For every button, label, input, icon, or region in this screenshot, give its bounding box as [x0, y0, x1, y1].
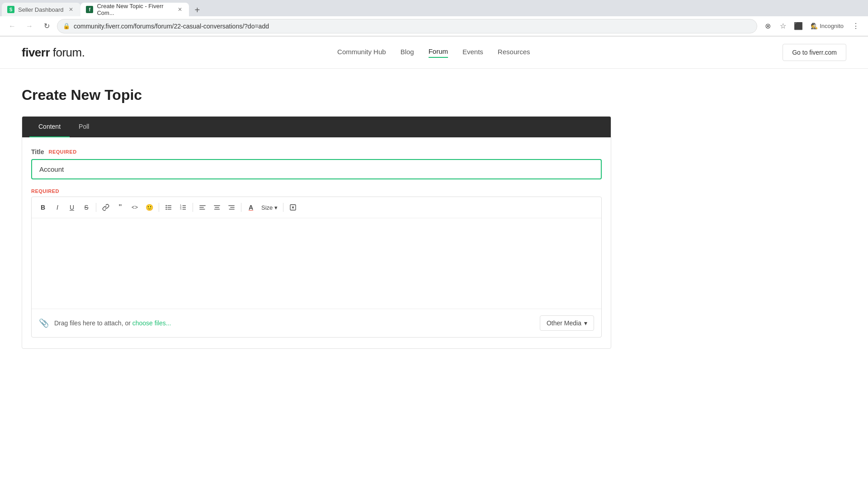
svg-rect-11 [183, 209, 186, 209]
browser-toolbar: ← → ↻ 🔒 community.fiverr.com/forums/foru… [0, 16, 868, 36]
clear-format-button[interactable] [286, 201, 300, 214]
link-button[interactable] [99, 201, 113, 214]
page-title: Create New Topic [22, 87, 611, 103]
page-body: Create New Topic Content Poll Title REQU… [0, 69, 633, 367]
form-body: Title REQUIRED REQUIRED B I U S [22, 137, 611, 348]
new-tab-button[interactable]: + [191, 4, 203, 16]
other-media-button[interactable]: Other Media ▾ [540, 315, 594, 331]
nav-resources[interactable]: Resources [498, 48, 530, 57]
blockquote-button[interactable]: " [113, 201, 127, 214]
svg-rect-3 [167, 207, 171, 207]
code-button[interactable]: <> [128, 201, 142, 214]
tab-title-1: Seller Dashboard [18, 6, 63, 13]
page-content: fiverr forum. Community Hub Blog Forum E… [0, 37, 868, 472]
form-card: Content Poll Title REQUIRED REQUIRED B I [22, 116, 611, 349]
svg-rect-14 [199, 209, 205, 209]
italic-button[interactable]: I [51, 201, 64, 214]
form-tabs-header: Content Poll [22, 117, 611, 137]
nav-forum[interactable]: Forum [429, 47, 448, 58]
choose-files-link[interactable]: choose files... [132, 319, 171, 327]
font-color-button[interactable]: A [244, 201, 258, 214]
browser-chrome: S Seller Dashboard ✕ f Create New Topic … [0, 0, 868, 37]
tab-favicon-2: f [86, 6, 93, 13]
incognito-label: Incognito [820, 23, 844, 29]
other-media-label: Other Media [547, 319, 581, 327]
reload-button[interactable]: ↻ [40, 19, 53, 33]
tab-favicon-1: S [7, 6, 14, 13]
editor-content[interactable] [32, 218, 601, 309]
underline-button[interactable]: U [65, 201, 79, 214]
menu-icon[interactable]: ⋮ [849, 19, 863, 33]
editor-toolbar: B I U S " <> 🙂 [32, 197, 601, 218]
svg-point-2 [165, 207, 167, 208]
attach-text: Drag files here to attach, or choose fil… [54, 319, 171, 327]
svg-point-4 [165, 209, 167, 210]
emoji-button[interactable]: 🙂 [142, 201, 156, 214]
title-required-badge: REQUIRED [49, 149, 77, 155]
svg-rect-19 [230, 207, 234, 207]
forward-button[interactable]: → [23, 19, 36, 33]
site-logo: fiverr forum. [22, 46, 85, 60]
strikethrough-button[interactable]: S [80, 201, 93, 214]
attach-left: 📎 Drag files here to attach, or choose f… [39, 318, 171, 328]
svg-text:3.: 3. [180, 208, 182, 210]
nav-blog[interactable]: Blog [401, 48, 414, 57]
svg-rect-18 [228, 205, 234, 206]
bold-button[interactable]: B [36, 201, 50, 214]
other-media-chevron-icon: ▾ [584, 319, 587, 327]
toolbar-divider-4 [241, 203, 241, 212]
back-button[interactable]: ← [5, 19, 19, 33]
go-to-fiverr-button[interactable]: Go to fiverr.com [783, 44, 846, 61]
ordered-list-button[interactable]: 1.2.3. [176, 201, 190, 214]
toolbar-actions: ⊗ ☆ ⬛ 🕵 Incognito ⋮ [761, 19, 863, 33]
body-required-badge: REQUIRED [31, 188, 602, 194]
extensions-icon[interactable]: ⬛ [792, 19, 805, 33]
editor-wrapper: B I U S " <> 🙂 [31, 197, 602, 338]
svg-rect-1 [167, 205, 171, 206]
align-center-button[interactable] [210, 201, 224, 214]
site-nav: fiverr forum. Community Hub Blog Forum E… [0, 37, 868, 69]
tab-close-2[interactable]: ✕ [176, 5, 184, 14]
tabs-bar: S Seller Dashboard ✕ f Create New Topic … [0, 0, 868, 16]
tab-title-2: Create New Topic - Fiverr Com... [97, 3, 173, 16]
svg-rect-17 [214, 209, 220, 209]
bookmark-icon[interactable]: ☆ [776, 19, 790, 33]
title-field-label: Title REQUIRED [31, 148, 602, 155]
incognito-icon: 🕵 [811, 23, 818, 29]
svg-rect-5 [167, 209, 171, 209]
nav-events[interactable]: Events [462, 48, 483, 57]
toolbar-divider-5 [283, 203, 283, 212]
tab-close-1[interactable]: ✕ [67, 5, 75, 14]
size-button[interactable]: Size ▾ [259, 201, 280, 214]
svg-rect-20 [229, 209, 235, 209]
svg-rect-13 [199, 207, 203, 207]
nav-links: Community Hub Blog Forum Events Resource… [337, 47, 530, 58]
nav-community-hub[interactable]: Community Hub [337, 48, 386, 57]
browser-tab-create-topic[interactable]: f Create New Topic - Fiverr Com... ✕ [80, 3, 189, 16]
toolbar-divider-2 [159, 203, 159, 212]
svg-rect-15 [214, 205, 220, 206]
svg-rect-7 [183, 205, 186, 206]
tab-poll[interactable]: Poll [70, 117, 98, 137]
title-label-text: Title [31, 148, 44, 155]
address-text: community.fiverr.com/forums/forum/22-cas… [74, 23, 751, 30]
file-attach-area: 📎 Drag files here to attach, or choose f… [32, 309, 601, 337]
svg-rect-9 [183, 207, 186, 207]
toolbar-divider-3 [193, 203, 193, 212]
browser-tab-seller-dashboard[interactable]: S Seller Dashboard ✕ [2, 3, 80, 16]
attach-icon: 📎 [39, 318, 49, 328]
lock-icon: 🔒 [63, 23, 70, 29]
address-bar[interactable]: 🔒 community.fiverr.com/forums/forum/22-c… [57, 19, 757, 33]
incognito-badge: 🕵 Incognito [807, 21, 847, 31]
attach-drag-text: Drag files here to attach, or [54, 319, 132, 327]
align-right-button[interactable] [225, 201, 238, 214]
tab-content[interactable]: Content [29, 117, 70, 137]
toolbar-divider-1 [96, 203, 96, 212]
title-input[interactable] [31, 159, 602, 179]
svg-rect-16 [215, 207, 219, 207]
cast-icon[interactable]: ⊗ [761, 19, 774, 33]
svg-rect-12 [199, 205, 205, 206]
align-left-button[interactable] [196, 201, 209, 214]
unordered-list-button[interactable] [162, 201, 175, 214]
svg-point-0 [165, 205, 167, 206]
